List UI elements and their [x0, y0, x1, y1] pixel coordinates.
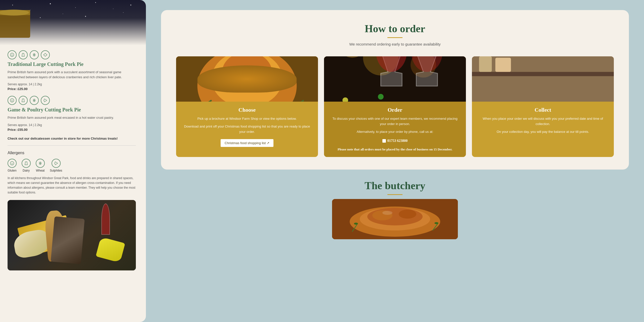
wheat-icon: [30, 50, 39, 59]
step-collect-image: [472, 56, 614, 102]
step-order-desc1: To discuss your choices with one of our …: [329, 116, 461, 127]
svg-point-1: [30, 10, 30, 10]
product2-serves: Serves approx. 14 | 2.2kg: [8, 123, 136, 127]
allergen-wheat-label: Wheat: [36, 169, 45, 172]
bread-decoration: [44, 210, 68, 262]
how-to-order-subtitle: We recommend ordering early to guarantee…: [176, 42, 614, 46]
gluten-icon: G: [8, 50, 17, 59]
left-panel: G Traditional Large Cutting Pork Pie Pri…: [0, 0, 146, 322]
allergen-gluten: G Gluten: [8, 159, 17, 172]
svg-point-10: [85, 16, 86, 17]
svg-rect-55: [479, 56, 492, 72]
divider: [8, 145, 136, 146]
butchery-underline: [387, 194, 403, 195]
turkey-visual: [176, 56, 318, 102]
allergen-sulphites-icon: [52, 159, 61, 168]
allergen-dairy-icon: [22, 159, 31, 168]
svg-text:G: G: [11, 163, 13, 165]
svg-point-8: [40, 17, 41, 18]
allergens-list: G Gluten Dairy Wheat Sulphites: [8, 159, 136, 172]
wine-visual: [324, 56, 466, 102]
product1-serves: Serves approx. 14 | 2.2kg: [8, 83, 136, 86]
step-collect-name: Collect: [477, 107, 609, 113]
svg-rect-48: [472, 56, 614, 102]
allergen-wheat: Wheat: [36, 159, 45, 172]
step-choose-name: Choose: [181, 107, 313, 113]
step-choose-card: Choose Pick up a brochure at Windsor Far…: [176, 56, 318, 157]
svg-point-47: [378, 94, 384, 100]
allergen-wheat-icon: [36, 159, 45, 168]
svg-point-0: [12, 5, 13, 6]
step-collect-desc1: When you place your order we will discus…: [477, 116, 609, 127]
allergen-sulphites: Sulphites: [50, 159, 62, 172]
blue-cheese-decoration: [12, 228, 51, 259]
store-note: Check out our delicatessen counter in st…: [8, 137, 136, 140]
allergen-note: In all kitchens throughout Windsor Great…: [8, 176, 136, 195]
cheese-board-image: [8, 200, 136, 270]
roast-visual: [332, 199, 458, 239]
product2-icons: G: [8, 96, 136, 105]
svg-point-6: [130, 5, 131, 6]
step-order-image: [324, 56, 466, 102]
product2-section: G Game & Poultry Cutting Pork Pie Prime …: [8, 96, 136, 195]
dairy-icon: [19, 50, 28, 59]
allergen-dairy: Dairy: [22, 159, 31, 172]
shopping-list-button[interactable]: Christmas food shopping list ↗: [220, 139, 274, 147]
svg-point-5: [113, 9, 113, 9]
cheese-board-visual: [8, 200, 136, 270]
svg-point-14: [0, 10, 29, 16]
svg-text:G: G: [11, 99, 13, 102]
step-collect-content: Collect When you place your order we wil…: [472, 102, 614, 142]
product2-desc: Prime British farm assured pork meat enc…: [8, 115, 136, 120]
butchery-title: The butchery: [161, 180, 629, 192]
allergen-sulphites-label: Sulphites: [50, 169, 62, 172]
svg-point-9: [63, 14, 63, 14]
step-order-card: Order To discuss your choices with one o…: [324, 56, 466, 157]
step-choose-content: Choose Pick up a brochure at Windsor Far…: [176, 102, 318, 152]
step-collect-card: Collect When you place your order we wil…: [472, 56, 614, 157]
product2-sulphites-icon: [41, 96, 50, 105]
step-choose-image: [176, 56, 318, 102]
svg-point-75: [434, 222, 438, 224]
product1-title: Traditional Large Cutting Pork Pie: [8, 61, 136, 67]
how-to-order-title: How to order: [176, 23, 614, 35]
step-order-phone: 01753 623800: [387, 139, 408, 143]
svg-point-3: [75, 7, 76, 8]
step-collect-desc2: On your collection day, you will pay the…: [477, 129, 609, 135]
butchery-image: [332, 199, 458, 239]
svg-rect-56: [495, 58, 511, 72]
allergen-gluten-icon: G: [8, 159, 17, 168]
product2-title: Game & Poultry Cutting Pork Pie: [8, 107, 136, 113]
step-order-warning: Please note that all orders must be plac…: [329, 147, 461, 152]
svg-point-11: [123, 12, 124, 13]
dark-header-decoration: [0, 0, 146, 45]
steps-grid: Choose Pick up a brochure at Windsor Far…: [176, 56, 614, 157]
product1-icons: G: [8, 50, 136, 59]
product1-desc: Prime British farm assured pork with a s…: [8, 70, 136, 79]
shopping-list-label: Christmas food shopping list: [225, 141, 266, 145]
product2-gluten-icon: G: [8, 96, 17, 105]
right-panel: How to order We recommend ordering early…: [146, 0, 644, 322]
svg-point-2: [50, 3, 51, 4]
step-order-desc2: Alternatively, to place your order by ph…: [329, 129, 461, 135]
allergen-dairy-label: Dairy: [23, 169, 30, 172]
product1-section: G Traditional Large Cutting Pork Pie Pri…: [8, 50, 136, 91]
svg-point-71: [399, 210, 416, 219]
deli-visual: [472, 56, 614, 102]
product2-price: Price: £55.00: [8, 128, 136, 132]
svg-point-76: [382, 211, 392, 215]
butchery-section: The butchery: [161, 180, 629, 239]
yellow-cheese-decoration: [96, 237, 125, 263]
product2-dairy-icon: [19, 96, 28, 105]
product1-price: Price: £25.00: [8, 87, 136, 91]
step-order-content: Order To discuss your choices with one o…: [324, 102, 466, 157]
external-link-icon: ↗: [267, 141, 269, 145]
svg-text:G: G: [11, 54, 13, 56]
svg-point-33: [222, 56, 272, 92]
phone-icon: [382, 139, 386, 143]
svg-point-4: [95, 2, 96, 3]
phone-row: 01753 623800: [329, 137, 461, 145]
how-to-order-section: How to order We recommend ordering early…: [161, 10, 629, 170]
allergen-gluten-label: Gluten: [8, 169, 16, 172]
sulphites-icon: [41, 50, 50, 59]
